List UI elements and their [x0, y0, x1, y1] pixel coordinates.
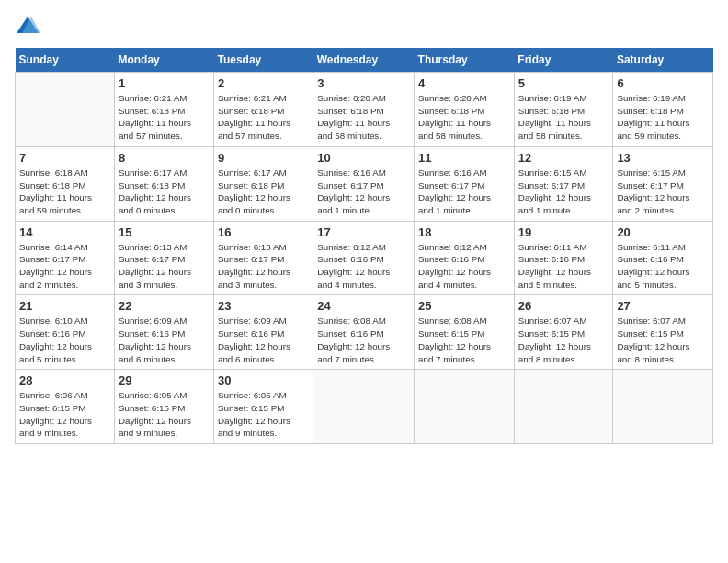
day-number: 17 [317, 225, 410, 239]
day-info: Sunrise: 6:15 AMSunset: 6:17 PMDaylight:… [518, 167, 609, 217]
col-header-monday: Monday [114, 48, 213, 73]
calendar-cell: 27Sunrise: 6:07 AMSunset: 6:15 PMDayligh… [613, 295, 713, 370]
calendar-week-row: 21Sunrise: 6:10 AMSunset: 6:16 PMDayligh… [16, 295, 713, 370]
col-header-sunday: Sunday [16, 48, 115, 73]
calendar-cell: 17Sunrise: 6:12 AMSunset: 6:16 PMDayligh… [313, 221, 415, 295]
logo-icon [15, 15, 40, 37]
calendar-cell: 13Sunrise: 6:15 AMSunset: 6:17 PMDayligh… [613, 146, 713, 221]
day-number: 26 [518, 299, 609, 313]
calendar-cell: 8Sunrise: 6:17 AMSunset: 6:18 PMDaylight… [114, 146, 213, 221]
day-number: 5 [518, 76, 609, 90]
day-number: 29 [119, 373, 210, 387]
calendar-week-row: 14Sunrise: 6:14 AMSunset: 6:17 PMDayligh… [16, 221, 713, 295]
calendar-cell: 4Sunrise: 6:20 AMSunset: 6:18 PMDaylight… [415, 73, 515, 147]
day-info: Sunrise: 6:09 AMSunset: 6:16 PMDaylight:… [218, 315, 309, 365]
calendar-cell [514, 370, 613, 444]
day-number: 14 [19, 225, 110, 239]
calendar-cell: 1Sunrise: 6:21 AMSunset: 6:18 PMDaylight… [114, 73, 213, 147]
col-header-thursday: Thursday [415, 48, 515, 73]
day-number: 8 [119, 151, 210, 165]
day-number: 22 [119, 299, 210, 313]
day-info: Sunrise: 6:19 AMSunset: 6:18 PMDaylight:… [518, 92, 609, 143]
calendar-cell: 12Sunrise: 6:15 AMSunset: 6:17 PMDayligh… [514, 146, 613, 221]
calendar-cell: 11Sunrise: 6:16 AMSunset: 6:17 PMDayligh… [415, 146, 515, 221]
day-number: 15 [119, 225, 210, 239]
calendar-cell: 15Sunrise: 6:13 AMSunset: 6:17 PMDayligh… [114, 221, 213, 295]
calendar-cell [313, 370, 415, 444]
day-info: Sunrise: 6:15 AMSunset: 6:17 PMDaylight:… [617, 167, 709, 217]
calendar-cell: 3Sunrise: 6:20 AMSunset: 6:18 PMDaylight… [313, 73, 415, 147]
calendar-cell: 23Sunrise: 6:09 AMSunset: 6:16 PMDayligh… [213, 295, 313, 370]
day-number: 20 [617, 225, 709, 239]
calendar-header-row: SundayMondayTuesdayWednesdayThursdayFrid… [16, 48, 713, 73]
day-number: 4 [418, 76, 510, 90]
calendar-cell: 28Sunrise: 6:06 AMSunset: 6:15 PMDayligh… [16, 370, 115, 444]
day-number: 12 [518, 151, 609, 165]
calendar-cell: 25Sunrise: 6:08 AMSunset: 6:15 PMDayligh… [415, 295, 515, 370]
day-number: 23 [218, 299, 309, 313]
calendar-cell [415, 370, 515, 444]
calendar-week-row: 1Sunrise: 6:21 AMSunset: 6:18 PMDaylight… [16, 73, 713, 147]
col-header-saturday: Saturday [613, 48, 713, 73]
day-info: Sunrise: 6:13 AMSunset: 6:17 PMDaylight:… [119, 241, 210, 292]
day-info: Sunrise: 6:13 AMSunset: 6:17 PMDaylight:… [218, 241, 309, 292]
calendar-cell: 29Sunrise: 6:05 AMSunset: 6:15 PMDayligh… [114, 370, 213, 444]
day-info: Sunrise: 6:11 AMSunset: 6:16 PMDaylight:… [518, 241, 609, 292]
day-number: 19 [518, 225, 609, 239]
day-info: Sunrise: 6:05 AMSunset: 6:15 PMDaylight:… [119, 389, 210, 440]
calendar-cell [613, 370, 713, 444]
day-info: Sunrise: 6:19 AMSunset: 6:18 PMDaylight:… [617, 92, 709, 143]
day-number: 18 [418, 225, 510, 239]
day-number: 1 [119, 76, 210, 90]
day-info: Sunrise: 6:09 AMSunset: 6:16 PMDaylight:… [119, 315, 210, 365]
day-info: Sunrise: 6:16 AMSunset: 6:17 PMDaylight:… [418, 167, 510, 217]
day-number: 21 [19, 299, 110, 313]
day-info: Sunrise: 6:17 AMSunset: 6:18 PMDaylight:… [218, 167, 309, 217]
calendar-cell [16, 73, 115, 147]
col-header-tuesday: Tuesday [213, 48, 313, 73]
day-info: Sunrise: 6:16 AMSunset: 6:17 PMDaylight:… [317, 167, 410, 217]
calendar-cell: 2Sunrise: 6:21 AMSunset: 6:18 PMDaylight… [213, 73, 313, 147]
calendar-cell: 19Sunrise: 6:11 AMSunset: 6:16 PMDayligh… [514, 221, 613, 295]
col-header-friday: Friday [514, 48, 613, 73]
calendar-cell: 26Sunrise: 6:07 AMSunset: 6:15 PMDayligh… [514, 295, 613, 370]
day-info: Sunrise: 6:06 AMSunset: 6:15 PMDaylight:… [19, 389, 110, 440]
calendar-cell: 30Sunrise: 6:05 AMSunset: 6:15 PMDayligh… [213, 370, 313, 444]
calendar-cell: 22Sunrise: 6:09 AMSunset: 6:16 PMDayligh… [114, 295, 213, 370]
calendar-cell: 7Sunrise: 6:18 AMSunset: 6:18 PMDaylight… [16, 146, 115, 221]
day-number: 9 [218, 151, 309, 165]
calendar-cell: 6Sunrise: 6:19 AMSunset: 6:18 PMDaylight… [613, 73, 713, 147]
day-info: Sunrise: 6:08 AMSunset: 6:16 PMDaylight:… [317, 315, 410, 365]
day-number: 27 [617, 299, 709, 313]
calendar-cell: 9Sunrise: 6:17 AMSunset: 6:18 PMDaylight… [213, 146, 313, 221]
calendar-cell: 10Sunrise: 6:16 AMSunset: 6:17 PMDayligh… [313, 146, 415, 221]
page-header [15, 15, 713, 37]
calendar-week-row: 7Sunrise: 6:18 AMSunset: 6:18 PMDaylight… [16, 146, 713, 221]
day-info: Sunrise: 6:21 AMSunset: 6:18 PMDaylight:… [218, 92, 309, 143]
day-info: Sunrise: 6:18 AMSunset: 6:18 PMDaylight:… [19, 167, 110, 217]
day-number: 2 [218, 76, 309, 90]
calendar-cell: 24Sunrise: 6:08 AMSunset: 6:16 PMDayligh… [313, 295, 415, 370]
day-number: 28 [19, 373, 110, 387]
day-number: 13 [617, 151, 709, 165]
day-number: 11 [418, 151, 510, 165]
calendar-cell: 20Sunrise: 6:11 AMSunset: 6:16 PMDayligh… [613, 221, 713, 295]
day-info: Sunrise: 6:12 AMSunset: 6:16 PMDaylight:… [317, 241, 410, 292]
calendar-week-row: 28Sunrise: 6:06 AMSunset: 6:15 PMDayligh… [16, 370, 713, 444]
day-info: Sunrise: 6:10 AMSunset: 6:16 PMDaylight:… [19, 315, 110, 365]
day-info: Sunrise: 6:17 AMSunset: 6:18 PMDaylight:… [119, 167, 210, 217]
calendar-cell: 14Sunrise: 6:14 AMSunset: 6:17 PMDayligh… [16, 221, 115, 295]
logo [15, 15, 44, 37]
calendar-table: SundayMondayTuesdayWednesdayThursdayFrid… [15, 48, 713, 444]
day-info: Sunrise: 6:05 AMSunset: 6:15 PMDaylight:… [218, 389, 309, 440]
day-info: Sunrise: 6:07 AMSunset: 6:15 PMDaylight:… [518, 315, 609, 365]
day-info: Sunrise: 6:20 AMSunset: 6:18 PMDaylight:… [418, 92, 510, 143]
calendar-cell: 18Sunrise: 6:12 AMSunset: 6:16 PMDayligh… [415, 221, 515, 295]
day-number: 16 [218, 225, 309, 239]
day-info: Sunrise: 6:12 AMSunset: 6:16 PMDaylight:… [418, 241, 510, 292]
day-number: 10 [317, 151, 410, 165]
day-number: 6 [617, 76, 709, 90]
calendar-cell: 5Sunrise: 6:19 AMSunset: 6:18 PMDaylight… [514, 73, 613, 147]
day-info: Sunrise: 6:14 AMSunset: 6:17 PMDaylight:… [19, 241, 110, 292]
day-number: 3 [317, 76, 410, 90]
